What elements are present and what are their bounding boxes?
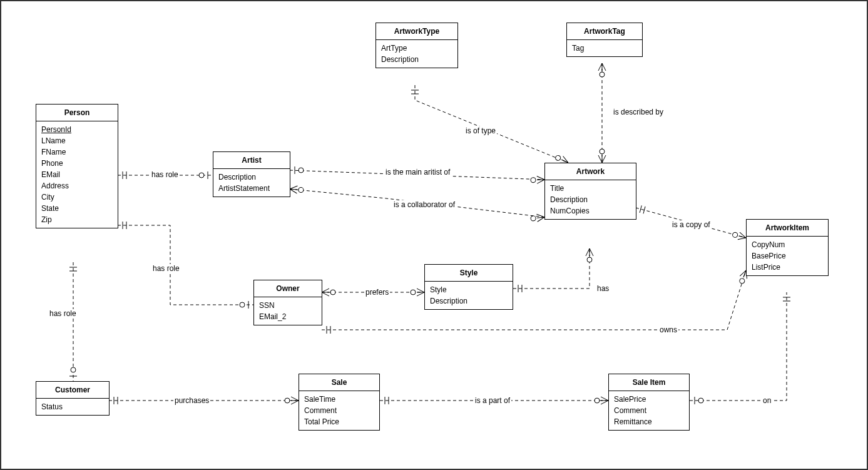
entity-title: Artwork (545, 163, 636, 180)
rel-label: on (762, 396, 772, 405)
entity-customer: Customer Status (36, 381, 110, 416)
rel-label: is of type (464, 126, 497, 135)
entity-artworkitem: ArtworkItem CopyNum BasePrice ListPrice (746, 219, 829, 276)
entity-attrs: Tag (567, 40, 642, 56)
rel-label: is a copy of (671, 220, 712, 229)
rel-label: is described by (612, 108, 665, 116)
rel-label: is the main aritist of (384, 168, 451, 176)
er-diagram: Person PersonId LName FName Phone EMail … (0, 0, 868, 470)
entity-title: ArtworkItem (747, 220, 828, 237)
rel-label: has role (151, 264, 181, 273)
entity-artwork: Artwork Title Description NumCopies (544, 163, 636, 220)
entity-title: Customer (36, 382, 109, 399)
entity-attrs: SaleTime Comment Total Price (299, 391, 379, 430)
entity-attrs: ArtType Description (376, 40, 457, 68)
connectors (1, 1, 867, 469)
entity-person: Person PersonId LName FName Phone EMail … (36, 104, 118, 228)
entity-saleitem: Sale Item SalePrice Comment Remittance (608, 374, 690, 431)
entity-title: Artist (213, 152, 290, 169)
entity-title: Owner (254, 280, 322, 297)
entity-title: Sale (299, 374, 379, 391)
rel-label: has role (48, 309, 78, 318)
entity-artist: Artist Description ArtistStatement (213, 151, 290, 197)
rel-label: is a part of (474, 396, 511, 405)
entity-attrs: Title Description NumCopies (545, 180, 636, 219)
entity-sale: Sale SaleTime Comment Total Price (299, 374, 380, 431)
entity-title: Person (36, 105, 118, 121)
entity-title: ArtworkType (376, 23, 457, 40)
entity-title: Style (425, 265, 513, 282)
entity-style: Style Style Description (424, 264, 513, 310)
rel-label: is a collaborator of (392, 200, 456, 209)
entity-title: Sale Item (609, 374, 689, 391)
rel-label: has role (150, 170, 180, 179)
rel-label: owns (658, 325, 678, 334)
entity-title: ArtworkTag (567, 23, 642, 40)
entity-attrs: Style Description (425, 282, 513, 309)
rel-label: has (596, 284, 610, 293)
entity-artworktype: ArtworkType ArtType Description (375, 23, 458, 68)
entity-attrs: SSN EMail_2 (254, 297, 322, 325)
entity-artworktag: ArtworkTag Tag (566, 23, 643, 57)
rel-label: prefers (364, 288, 390, 297)
entity-attrs: Description ArtistStatement (213, 169, 290, 197)
entity-attrs: PersonId LName FName Phone EMail Address… (36, 121, 118, 228)
rel-label: purchases (173, 396, 210, 405)
entity-owner: Owner SSN EMail_2 (253, 280, 322, 325)
entity-attrs: SalePrice Comment Remittance (609, 391, 689, 430)
entity-attrs: Status (36, 399, 109, 415)
entity-attrs: CopyNum BasePrice ListPrice (747, 237, 828, 275)
